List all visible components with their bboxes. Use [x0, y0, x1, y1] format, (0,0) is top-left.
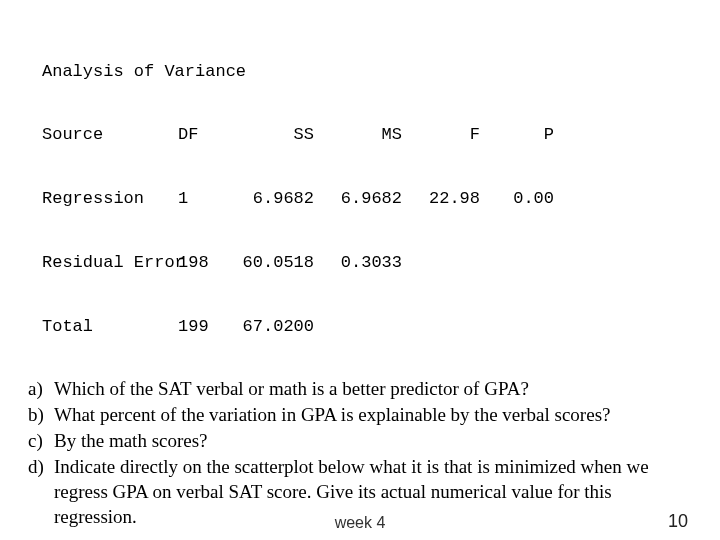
- hdr-p: P: [494, 124, 564, 145]
- cell-df: 1: [178, 188, 232, 209]
- footer-page: 10: [668, 511, 688, 532]
- question-b: b) What percent of the variation in GPA …: [28, 402, 692, 427]
- hdr-source: Source: [42, 124, 178, 145]
- cell-ss: 60.0518: [232, 252, 326, 273]
- cell-source: Residual Error: [42, 252, 178, 273]
- cell-p: 0.00: [494, 188, 564, 209]
- cell-p: [494, 316, 564, 337]
- hdr-f: F: [414, 124, 494, 145]
- q-label: a): [28, 376, 54, 401]
- question-list: a) Which of the SAT verbal or math is a …: [28, 376, 692, 529]
- q-text: By the math scores?: [54, 428, 692, 453]
- question-a: a) Which of the SAT verbal or math is a …: [28, 376, 692, 401]
- cell-f: 22.98: [414, 188, 494, 209]
- cell-ss: 67.0200: [232, 316, 326, 337]
- cell-source: Total: [42, 316, 178, 337]
- anova-row-regression: Regression16.96826.968222.980.00: [42, 188, 692, 209]
- cell-f: [414, 316, 494, 337]
- cell-ms: 6.9682: [326, 188, 414, 209]
- cell-ss: 6.9682: [232, 188, 326, 209]
- anova-row-residual: Residual Error19860.05180.3033: [42, 252, 692, 273]
- cell-df: 198: [178, 252, 232, 273]
- cell-source: Regression: [42, 188, 178, 209]
- cell-ms: [326, 316, 414, 337]
- q-label: b): [28, 402, 54, 427]
- cell-ms: 0.3033: [326, 252, 414, 273]
- anova-header-row: SourceDFSSMSFP: [42, 124, 692, 145]
- cell-f: [414, 252, 494, 273]
- question-c: c) By the math scores?: [28, 428, 692, 453]
- q-label: d): [28, 454, 54, 529]
- anova-title: Analysis of Variance: [42, 61, 692, 82]
- hdr-ms: MS: [326, 124, 414, 145]
- hdr-df: DF: [178, 124, 232, 145]
- cell-p: [494, 252, 564, 273]
- anova-table: Analysis of Variance SourceDFSSMSFP Regr…: [42, 18, 692, 358]
- anova-row-total: Total19967.0200: [42, 316, 692, 337]
- cell-df: 199: [178, 316, 232, 337]
- q-text: Which of the SAT verbal or math is a bet…: [54, 376, 692, 401]
- q-label: c): [28, 428, 54, 453]
- footer-week: week 4: [335, 514, 386, 532]
- q-text: What percent of the variation in GPA is …: [54, 402, 692, 427]
- hdr-ss: SS: [232, 124, 326, 145]
